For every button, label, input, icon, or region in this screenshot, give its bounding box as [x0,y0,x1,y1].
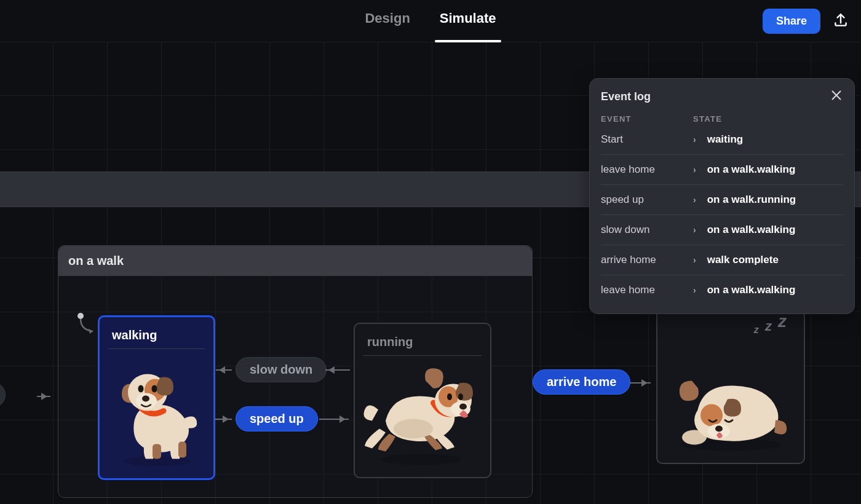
top-right-actions: Share [763,9,849,34]
state-node-walking[interactable]: walking [98,315,215,480]
svg-point-7 [142,396,149,402]
svg-point-8 [138,385,143,393]
arrow-icon [325,369,350,371]
event-log-row[interactable]: arrive home›walk complete [601,245,843,275]
event-pill-slow-down[interactable]: slow down [236,357,327,382]
svg-rect-2 [153,444,161,459]
svg-point-16 [447,393,452,400]
arrow-icon [319,419,349,420]
event-pill-speed-up[interactable]: speed up [236,406,318,431]
tab-simulate[interactable]: Simulate [440,10,496,31]
chevron-right-icon: › [693,255,696,265]
state-machine-canvas[interactable]: home on a walk walking [0,42,861,504]
state-node-title: walking [100,317,213,345]
divider [108,348,205,349]
event-name: arrive home [601,254,693,266]
compound-state-title: on a walk [58,246,532,276]
svg-point-23 [715,426,723,432]
arrow-icon [630,382,651,384]
event-name: leave home [601,163,693,176]
dog-sleeping-illustration [657,352,804,454]
dog-running-illustration [355,361,490,468]
state-name: on a walk.walking [707,163,796,176]
arrow-icon [216,369,232,371]
state-name: waiting [707,133,744,146]
svg-point-0 [77,313,84,319]
compound-state-on-a-walk[interactable]: on a walk walking [58,245,533,498]
event-log-row[interactable]: Start›waiting [601,125,843,155]
chevron-right-icon: › [693,225,696,235]
event-name: Start [601,133,693,146]
divider [363,355,482,356]
event-name: slow down [601,224,693,236]
event-name: speed up [601,194,693,206]
close-icon[interactable] [830,89,843,104]
svg-point-9 [151,385,157,393]
svg-rect-3 [178,442,186,458]
arrow-icon [37,396,50,397]
share-button[interactable]: Share [763,9,820,34]
event-log-row[interactable]: speed up›on a walk.running [601,185,843,215]
chevron-right-icon: › [693,165,696,175]
state-node-running[interactable]: running [354,323,491,478]
event-pill-leave-home-partial[interactable]: home [0,382,6,408]
event-pill-arrive-home[interactable]: arrive home [533,369,630,395]
column-header-state: STATE [693,114,722,124]
svg-point-15 [459,404,467,410]
chevron-right-icon: › [693,135,696,144]
svg-point-11 [394,419,433,439]
panel-column-headers: EVENT STATE [590,111,854,125]
tab-design[interactable]: Design [365,10,410,31]
compound-body: walking [58,276,532,497]
mode-tabs: Design Simulate [365,10,496,31]
initial-state-marker-icon [77,312,98,339]
event-log-panel: Event log EVENT STATE Start›waitingleave… [589,78,855,314]
state-name: walk complete [707,254,779,266]
arrow-icon [215,419,232,420]
event-name: leave home [601,284,693,296]
event-pill-label: arrive home [547,375,616,389]
panel-header: Event log [590,79,854,111]
chevron-right-icon: › [693,195,696,205]
state-node-walk-complete[interactable]: z z z [656,302,805,464]
zzz-icon: z z z [754,312,788,337]
state-name: on a walk.walking [707,284,796,296]
svg-point-10 [381,454,461,465]
panel-title: Event log [601,90,651,103]
column-header-event: EVENT [601,114,693,124]
dog-walking-illustration [100,361,213,469]
chevron-right-icon: › [693,285,696,295]
svg-point-17 [458,393,463,400]
event-log-rows: Start›waitingleave home›on a walk.walkin… [590,125,854,313]
event-log-row[interactable]: leave home›on a walk.walking [601,155,843,185]
state-name: on a walk.walking [707,224,796,236]
event-pill-label: speed up [250,412,304,426]
state-node-title: running [355,324,490,352]
event-log-row[interactable]: leave home›on a walk.walking [601,275,843,305]
svg-point-21 [700,404,723,427]
upload-icon[interactable] [833,12,849,31]
top-bar: Design Simulate Share [0,0,861,42]
event-log-row[interactable]: slow down›on a walk.walking [601,215,843,245]
state-name: on a walk.running [707,194,796,206]
event-pill-label: slow down [250,363,312,377]
